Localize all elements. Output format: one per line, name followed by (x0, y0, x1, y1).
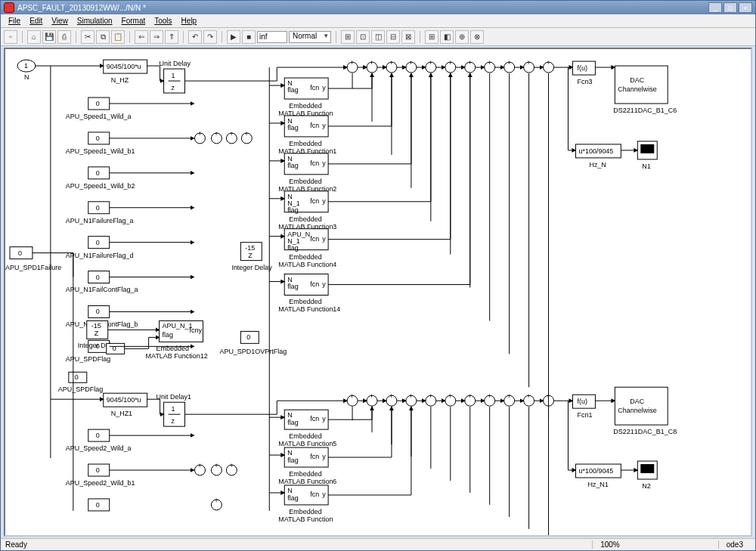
scope-n2[interactable]: N2 (637, 461, 657, 490)
new-button[interactable]: ▫ (4, 30, 17, 44)
sum-row2-7[interactable]: + (485, 392, 495, 406)
sum-row2-8[interactable]: + (504, 392, 515, 406)
matlab-function-14[interactable]: NflagfcnyEmbeddedMATLAB Function14 (278, 274, 340, 314)
sum-row-4[interactable]: + (426, 59, 436, 73)
constant-APU_Speed2_Wild_a[interactable]: 0APU_Speed2_Wild_a (66, 429, 132, 452)
redo-button[interactable]: ↷ (203, 30, 217, 44)
sum-row-9[interactable]: + (524, 59, 534, 73)
menu-edit[interactable]: Edit (26, 17, 45, 25)
close-button[interactable]: × (739, 2, 752, 13)
dac-block-top[interactable]: DAC Channelwise DS2211DAC_B1_C6 (613, 66, 677, 114)
title-bar[interactable]: APSC_FAULT_20130912WW/.../N/N * _ ◻ × (1, 1, 755, 14)
constant-APU_Speed1_Wild_b1[interactable]: 0APU_Speed1_Wild_b1 (66, 132, 135, 155)
gain-hz-n1[interactable]: u*100/9045 Hz_N1 (575, 464, 621, 488)
unit-delay-1[interactable]: 1 z Unit Delay1 (156, 393, 191, 426)
matlab-function-3[interactable]: NN_1flagfcnyEmbeddedMATLAB Function3 (278, 191, 336, 231)
up-button[interactable]: ⇑ (165, 30, 178, 44)
constant-APU_Speed2_Wild_b1[interactable]: 0APU_Speed2_Wild_b1 (66, 464, 135, 487)
matlab-function-2[interactable]: NflagfcnyEmbeddedMATLAB Function2 (278, 153, 336, 193)
stop-button[interactable]: ■ (242, 30, 256, 44)
constant-apu-spd1failure[interactable]: 0 APU_SPD1Failure (5, 247, 61, 271)
menu-help[interactable]: Help (178, 17, 200, 25)
sum-row2-0[interactable]: + (347, 392, 358, 406)
back-button[interactable]: ⇐ (135, 30, 148, 44)
matlab-function-bot-1[interactable]: NflagfcnyEmbeddedMATLAB Function6 (278, 447, 336, 485)
tb-icon-6[interactable]: ⊞ (425, 30, 438, 44)
constant-bot-extra[interactable]: 0 (88, 499, 110, 511)
gain-n-hz[interactable]: 9045/100*u N_HZ (104, 60, 147, 84)
sum-row2-6[interactable]: + (465, 392, 476, 406)
tb-icon-1[interactable]: ⊞ (341, 30, 355, 44)
constant-APU_N1FailureFlag_d[interactable]: 0APU_N1FailureFlag_d (66, 237, 134, 259)
sum-bot-0[interactable]: + (194, 462, 205, 475)
integer-delay-2[interactable]: -15 Z Integer Delay (231, 243, 272, 271)
sum-bot-extra[interactable]: + (211, 497, 222, 510)
tb-icon-2[interactable]: ⊡ (356, 30, 370, 44)
constant-APU_Speed1_Wild_b2[interactable]: 0APU_Speed1_Wild_b2 (66, 167, 135, 190)
matlab-function-1[interactable]: NflagfcnyEmbeddedMATLAB Function1 (278, 116, 336, 155)
sum-row2-9[interactable]: + (524, 392, 534, 406)
tb-icon-5[interactable]: ⊠ (401, 30, 415, 44)
fcn12-block[interactable]: APU_N_1 flag fcn y Embedded MATLAB Funct… (146, 320, 208, 360)
undo-button[interactable]: ↶ (188, 30, 202, 44)
sum-row2-5[interactable]: + (445, 392, 456, 406)
sum-row2-1[interactable]: + (367, 392, 377, 406)
matlab-function-4[interactable]: APU_NN_1flagfcnyEmbeddedMATLAB Function4 (278, 229, 336, 268)
sum-top-0[interactable]: + (194, 130, 205, 144)
inport-n[interactable]: 1 N (17, 60, 36, 81)
print-button[interactable]: ⎙ (57, 30, 71, 44)
cut-button[interactable]: ✂ (81, 30, 94, 44)
paste-button[interactable]: 📋 (111, 30, 125, 44)
sum-top-1[interactable]: + (211, 130, 222, 144)
sum-row-6[interactable]: + (465, 59, 476, 73)
sim-mode-select[interactable]: Normal (289, 31, 331, 43)
sum-row-2[interactable]: + (386, 59, 397, 73)
sum-top-2[interactable]: + (226, 130, 237, 144)
constant-APU_N1FailContFlag_a[interactable]: 0APU_N1FailContFlag_a (66, 271, 138, 294)
sum-bot-1[interactable]: + (211, 462, 222, 475)
matlab-function-bot-0[interactable]: NflagfcnyEmbeddedMATLAB Function5 (278, 410, 336, 447)
tb-icon-8[interactable]: ⊕ (455, 30, 469, 44)
sum-row2-4[interactable]: + (426, 392, 436, 406)
matlab-function-bot-2[interactable]: NflagfcnyEmbeddedMATLAB Function (278, 485, 333, 523)
menu-simulation[interactable]: Simulation (74, 17, 116, 25)
unit-delay[interactable]: 1 z Unit Delay (160, 60, 191, 93)
sum-row-1[interactable]: + (367, 59, 377, 73)
sum-bot-2[interactable]: + (226, 462, 237, 475)
constant-apu-spdflag[interactable]: 0APU_SPDFlag (58, 372, 103, 393)
tb-icon-9[interactable]: ⊗ (470, 30, 484, 44)
menu-view[interactable]: View (48, 17, 71, 25)
matlab-function-0[interactable]: NflagfcnyEmbeddedMATLAB Function (278, 78, 333, 117)
sum-row-0[interactable]: + (347, 59, 358, 73)
constant-APU_N1FailureFlag_a[interactable]: 0APU_N1FailureFlag_a (66, 202, 134, 224)
tb-icon-7[interactable]: ◧ (440, 30, 454, 44)
constant-APU_Speed1_Wild_a[interactable]: 0APU_Speed1_Wild_a (66, 98, 132, 120)
menu-file[interactable]: File (5, 17, 23, 25)
tb-icon-4[interactable]: ⊟ (386, 30, 400, 44)
sum-row-5[interactable]: + (445, 59, 456, 73)
sum-row-7[interactable]: + (485, 59, 495, 73)
sum-row2-2[interactable]: + (386, 392, 397, 406)
fwd-button[interactable]: ⇒ (150, 30, 163, 44)
copy-button[interactable]: ⧉ (96, 30, 110, 44)
fcn3-block[interactable]: f(u) Fcn3 (572, 61, 595, 85)
scope-n1[interactable]: N1 (637, 141, 657, 170)
tb-icon-3[interactable]: ◫ (371, 30, 385, 44)
dac-block-bot[interactable]: DAC Channelwise DS2211DAC_B1_C8 (613, 387, 677, 435)
play-button[interactable]: ▶ (227, 30, 240, 44)
sum-row2-3[interactable]: + (406, 392, 417, 406)
sum-row-10[interactable]: + (544, 59, 554, 73)
constant-ovprt[interactable]: 0 APU_SPD1OVPrtFlag (219, 331, 287, 355)
open-button[interactable]: ⌂ (27, 30, 41, 44)
constant-failcont-b[interactable]: 0 (107, 343, 125, 354)
menu-tools[interactable]: Tools (151, 17, 175, 25)
sum-row-3[interactable]: + (406, 59, 417, 73)
save-button[interactable]: 💾 (42, 30, 56, 44)
menu-format[interactable]: Format (119, 17, 149, 25)
sum-top-3[interactable]: + (241, 130, 252, 144)
sum-row-8[interactable]: + (504, 59, 515, 73)
model-canvas[interactable]: 1 N 0 APU_SPD1Failure 9045/100*u N_HZ 1 … (4, 48, 752, 537)
minimize-button[interactable]: _ (708, 2, 722, 13)
gain-hz-n[interactable]: u*100/9045 Hz_N (575, 144, 621, 169)
fcn1-block[interactable]: f(u) Fcn1 (572, 395, 595, 419)
